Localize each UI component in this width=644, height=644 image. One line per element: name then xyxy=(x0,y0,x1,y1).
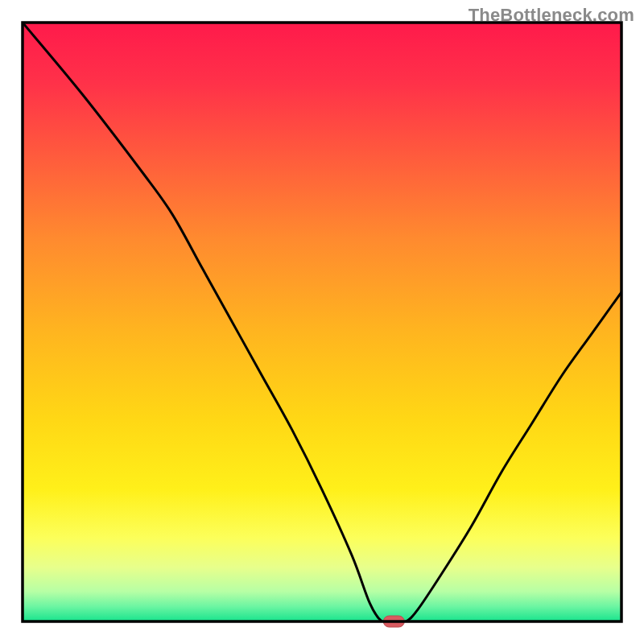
watermark-text: TheBottleneck.com xyxy=(469,5,634,26)
plot-background xyxy=(23,23,621,621)
bottleneck-chart xyxy=(0,0,644,644)
chart-stage: TheBottleneck.com xyxy=(0,0,644,644)
